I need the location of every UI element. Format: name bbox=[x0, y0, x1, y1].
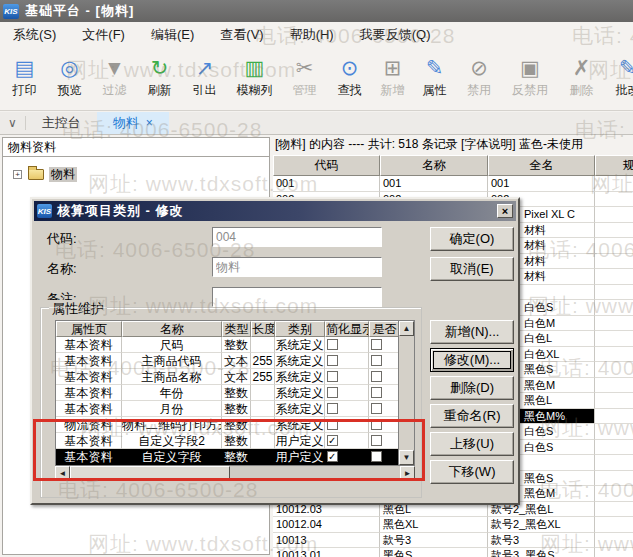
property-cell[interactable]: 系统定义 bbox=[275, 401, 325, 417]
menu-item-系统(S)[interactable]: 系统(S) bbox=[0, 22, 69, 48]
property-column-header-是否[interactable]: 是否 bbox=[369, 321, 400, 337]
property-row[interactable]: 基本资料自定义字段2整数用户定义✓ bbox=[56, 433, 398, 449]
property-cell[interactable]: 基本资料 bbox=[56, 385, 122, 401]
flag-cell[interactable] bbox=[369, 449, 400, 465]
toolbar-button-引出[interactable]: ↗引出 bbox=[182, 54, 227, 98]
property-cell[interactable] bbox=[251, 385, 275, 401]
table-row[interactable]: 10013款号3款号3 bbox=[273, 533, 633, 549]
grid-cell[interactable] bbox=[595, 300, 633, 316]
toolbar-button-预览[interactable]: ◎预览 bbox=[47, 54, 92, 98]
scrollbar-thumb[interactable] bbox=[70, 466, 230, 481]
property-cell[interactable]: 自定义字段 bbox=[122, 449, 222, 465]
grid-cell[interactable] bbox=[595, 378, 633, 394]
property-cell[interactable]: 主商品名称 bbox=[122, 369, 222, 385]
property-column-header-简化显示[interactable]: 简化显示 bbox=[325, 321, 369, 337]
table-row[interactable]: 10012.04黑色XL款号2_黑色XL bbox=[273, 517, 633, 533]
property-cell[interactable]: 尺码 bbox=[122, 337, 222, 353]
tree-item-label[interactable]: 物料 bbox=[49, 167, 77, 182]
tree-expander-icon[interactable]: + bbox=[13, 170, 22, 179]
simplified-display-cell[interactable] bbox=[325, 369, 369, 385]
menu-item-帮助(H)[interactable]: 帮助(H) bbox=[277, 22, 347, 48]
tree-item-material[interactable]: + 物料 bbox=[13, 167, 269, 182]
property-cell[interactable]: 用户定义 bbox=[275, 449, 325, 465]
property-cell[interactable]: 用户定义 bbox=[275, 433, 325, 449]
checkbox-unchecked-icon[interactable] bbox=[371, 435, 382, 446]
property-cell[interactable]: 自定义字段2 bbox=[122, 433, 222, 449]
grid-cell[interactable] bbox=[595, 533, 633, 549]
grid-cell[interactable]: 10013 bbox=[273, 533, 380, 549]
property-cell[interactable]: 整数 bbox=[222, 401, 251, 417]
grid-column-header-全名[interactable]: 全名 bbox=[488, 155, 595, 176]
checkbox-unchecked-icon[interactable] bbox=[371, 339, 382, 350]
toolbar-button-查找[interactable]: ⊙查找 bbox=[327, 54, 372, 98]
grid-column-header-规格[interactable]: 规格 bbox=[595, 155, 633, 176]
property-cell[interactable] bbox=[251, 449, 275, 465]
grid-cell[interactable]: 款号3_黑色S bbox=[488, 548, 595, 557]
grid-cell[interactable] bbox=[595, 238, 633, 254]
checkbox-unchecked-icon[interactable] bbox=[327, 403, 338, 414]
property-cell[interactable]: 系统定义 bbox=[275, 353, 325, 369]
property-cell[interactable]: 系统定义 bbox=[275, 417, 325, 433]
menu-item-编辑(E)[interactable]: 编辑(E) bbox=[138, 22, 207, 48]
grid-cell[interactable]: 001 bbox=[380, 176, 488, 192]
property-cell[interactable] bbox=[251, 401, 275, 417]
grid-cell[interactable] bbox=[595, 192, 633, 208]
flag-cell[interactable] bbox=[369, 385, 400, 401]
property-row[interactable]: 基本资料年份整数系统定义 bbox=[56, 385, 398, 401]
simplified-display-cell[interactable] bbox=[325, 401, 369, 417]
cancel-button[interactable]: 取消(E) bbox=[430, 257, 514, 281]
grid-cell[interactable]: 款号3 bbox=[488, 533, 595, 549]
scroll-left-icon[interactable]: ◄ bbox=[55, 466, 70, 481]
grid-cell[interactable] bbox=[595, 517, 633, 533]
toolbar-button-批改[interactable]: ✎批改 bbox=[605, 54, 633, 98]
property-cell[interactable]: 整数 bbox=[222, 433, 251, 449]
property-cell[interactable]: 基本资料 bbox=[56, 369, 122, 385]
property-cell[interactable]: 基本资料 bbox=[56, 353, 122, 369]
property-row[interactable]: 基本资料主商品代码文本255系统定义 bbox=[56, 353, 398, 369]
checkbox-checked-icon[interactable]: ✓ bbox=[327, 435, 338, 446]
simplified-display-cell[interactable] bbox=[325, 353, 369, 369]
dialog-button-重命名R[interactable]: 重命名(R) bbox=[430, 404, 514, 428]
grid-cell[interactable] bbox=[595, 424, 633, 440]
field-input-1[interactable] bbox=[212, 257, 382, 277]
grid-cell[interactable] bbox=[595, 486, 633, 502]
simplified-display-cell[interactable] bbox=[325, 417, 369, 433]
grid-column-header-代码[interactable]: 代码 bbox=[273, 155, 380, 176]
grid-cell[interactable] bbox=[595, 455, 633, 471]
grid-cell[interactable] bbox=[595, 269, 633, 285]
grid-cell[interactable] bbox=[595, 223, 633, 239]
simplified-display-cell[interactable]: ✓ bbox=[325, 449, 369, 465]
grid-cell[interactable] bbox=[595, 393, 633, 409]
property-cell[interactable]: 系统定义 bbox=[275, 337, 325, 353]
property-row[interactable]: 基本资料尺码整数系统定义 bbox=[56, 337, 398, 353]
property-row[interactable]: 基本资料月份整数系统定义 bbox=[56, 401, 398, 417]
property-cell[interactable]: 物流资料 bbox=[56, 417, 122, 433]
property-cell[interactable]: 月份 bbox=[122, 401, 222, 417]
field-input-0[interactable] bbox=[212, 227, 382, 247]
scroll-right-icon[interactable]: ► bbox=[400, 466, 415, 481]
grid-cell[interactable]: 001 bbox=[488, 176, 595, 192]
property-cell[interactable] bbox=[251, 337, 275, 353]
property-cell[interactable]: 整数 bbox=[222, 417, 251, 433]
grid-cell[interactable]: 黑色S bbox=[380, 548, 488, 557]
property-column-header-名称[interactable]: 名称 bbox=[122, 321, 222, 337]
property-column-header-类别[interactable]: 类别 bbox=[275, 321, 325, 337]
simplified-display-cell[interactable]: ✓ bbox=[325, 433, 369, 449]
grid-cell[interactable] bbox=[595, 440, 633, 456]
flag-cell[interactable] bbox=[369, 353, 400, 369]
menu-item-查看(V)[interactable]: 查看(V) bbox=[207, 22, 276, 48]
grid-cell[interactable] bbox=[595, 176, 633, 192]
property-cell[interactable]: 基本资料 bbox=[56, 449, 122, 465]
grid-cell[interactable]: 款号2_黑色XL bbox=[488, 517, 595, 533]
property-cell[interactable]: 主商品代码 bbox=[122, 353, 222, 369]
grid-cell[interactable]: 001 bbox=[273, 176, 380, 192]
property-cell[interactable]: 整数 bbox=[222, 385, 251, 401]
checkbox-unchecked-icon[interactable] bbox=[371, 355, 382, 366]
chevron-down-icon[interactable]: ∨ bbox=[0, 116, 26, 130]
grid-cell[interactable] bbox=[595, 362, 633, 378]
property-cell[interactable]: 系统定义 bbox=[275, 369, 325, 385]
dialog-button-新增N[interactable]: 新增(N)... bbox=[430, 320, 514, 344]
flag-cell[interactable] bbox=[369, 337, 400, 353]
grid-cell[interactable] bbox=[595, 254, 633, 270]
scroll-down-icon[interactable]: ▼ bbox=[399, 450, 414, 465]
